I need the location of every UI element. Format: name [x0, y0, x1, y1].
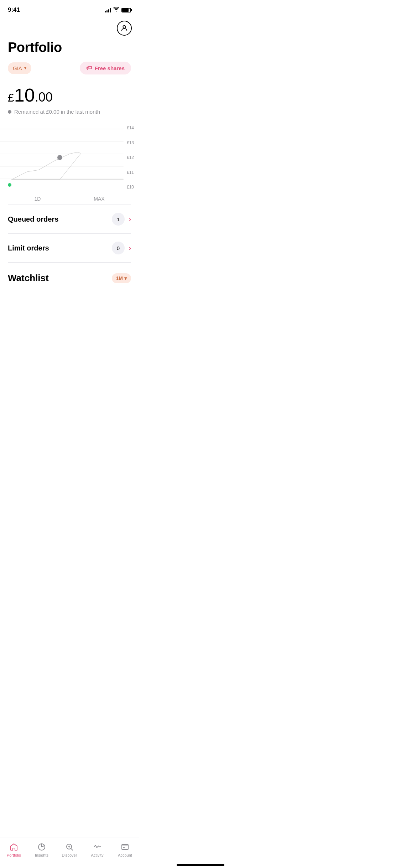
- queued-orders-label: Queued orders: [8, 215, 58, 223]
- signal-icon: [105, 7, 111, 12]
- amount-integer: 10: [14, 84, 35, 106]
- account-type-button[interactable]: GIA ▾: [8, 62, 31, 74]
- free-shares-button[interactable]: 🏷 Free shares: [80, 62, 131, 74]
- y-label-11: £11: [127, 170, 134, 175]
- y-label-12: £12: [127, 155, 134, 160]
- chart-container: £14 £13 £12 £11 £10: [0, 122, 139, 193]
- queued-orders-chevron: ›: [129, 216, 131, 223]
- controls-row: GIA ▾ 🏷 Free shares: [0, 55, 139, 74]
- chart-section: £14 £13 £12 £11 £10 1D MAX: [0, 115, 139, 205]
- chevron-down-icon: ▾: [24, 66, 26, 71]
- time-label-max[interactable]: MAX: [94, 196, 104, 202]
- chart-time-labels: 1D MAX: [0, 193, 139, 205]
- portfolio-change: Remained at £0.00 in the last month: [8, 109, 131, 115]
- limit-orders-badge: 0: [112, 242, 125, 254]
- limit-orders-row[interactable]: Limit orders 0 ›: [0, 234, 139, 262]
- y-label-13: £13: [127, 140, 134, 145]
- watchlist-period-label: 1M: [116, 275, 123, 281]
- chevron-down-icon: ▾: [124, 275, 127, 281]
- chart-y-labels: £14 £13 £12 £11 £10: [127, 122, 134, 193]
- change-text: Remained at £0.00 in the last month: [14, 109, 100, 115]
- time-label-1d[interactable]: 1D: [34, 196, 41, 202]
- account-type-label: GIA: [13, 65, 22, 71]
- queued-orders-row[interactable]: Queued orders 1 ›: [0, 205, 139, 233]
- free-shares-label: Free shares: [95, 65, 125, 71]
- chart-start-dot: [8, 183, 11, 187]
- watchlist-title: Watchlist: [8, 273, 49, 284]
- profile-button[interactable]: [117, 21, 132, 36]
- y-label-14: £14: [127, 125, 134, 130]
- y-label-10: £10: [127, 185, 134, 190]
- status-time: 9:41: [8, 6, 20, 14]
- currency-symbol: £: [8, 91, 14, 104]
- limit-orders-chevron: ›: [129, 244, 131, 252]
- wifi-icon: [113, 7, 119, 13]
- portfolio-value-section: £ 10 .00 Remained at £0.00 in the last m…: [0, 74, 139, 115]
- status-icons: [105, 7, 131, 13]
- page-title: Portfolio: [0, 36, 139, 55]
- watchlist-period-button[interactable]: 1M ▾: [112, 273, 131, 283]
- tag-icon: 🏷: [86, 65, 92, 71]
- change-dot-icon: [8, 110, 11, 114]
- battery-icon: [121, 8, 131, 12]
- watchlist-section: Watchlist 1M ▾: [0, 263, 139, 284]
- status-bar: 9:41: [0, 0, 139, 18]
- svg-point-0: [123, 26, 125, 28]
- limit-orders-right: 0 ›: [112, 242, 131, 254]
- amount-decimal: .00: [35, 90, 53, 105]
- chart-svg: [0, 122, 139, 193]
- chart-tooltip-dot: [57, 155, 62, 160]
- header: [0, 18, 139, 36]
- queued-orders-badge: 1: [112, 213, 125, 226]
- queued-orders-right: 1 ›: [112, 213, 131, 226]
- portfolio-amount: £ 10 .00: [8, 84, 131, 106]
- limit-orders-label: Limit orders: [8, 244, 49, 252]
